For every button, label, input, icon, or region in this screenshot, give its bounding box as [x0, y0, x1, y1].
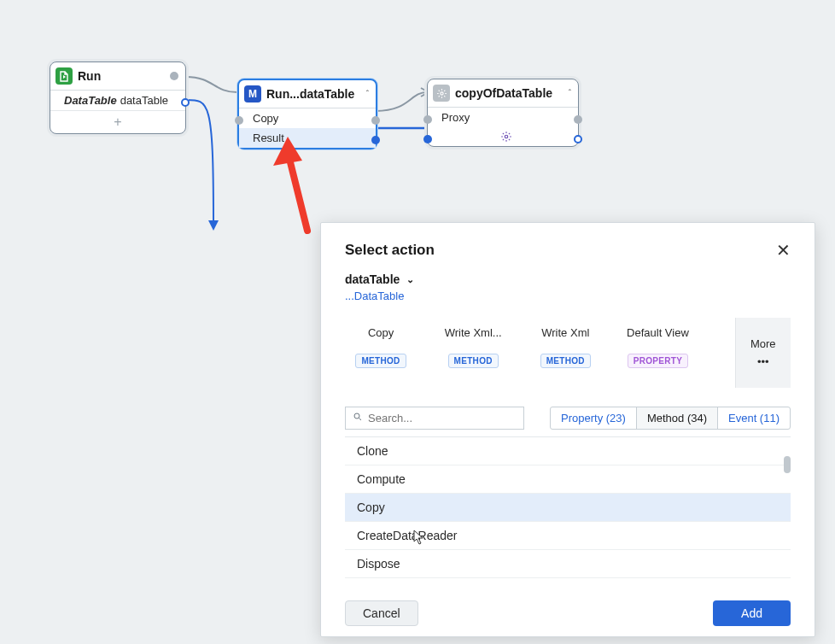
- method-tag: METHOD: [540, 354, 591, 368]
- filter-tab-method[interactable]: Method (34): [637, 407, 718, 429]
- context-object-name: dataTable: [345, 272, 400, 286]
- node-title: copyOfDataTable: [455, 86, 563, 100]
- suggestion-label: Copy: [345, 318, 417, 347]
- input-port[interactable]: [423, 115, 432, 124]
- run-icon: [55, 67, 73, 85]
- suggestion-write-xml-ellipsis[interactable]: Write Xml... METHOD: [437, 318, 509, 368]
- input-port[interactable]: [423, 135, 432, 143]
- node-header[interactable]: M Run...dataTable ˆ: [239, 80, 376, 108]
- gear-icon: [500, 131, 512, 143]
- context-object-selector[interactable]: dataTable ⌄: [345, 272, 791, 286]
- param-type: DataTable: [64, 94, 117, 107]
- suggestion-write-xml[interactable]: Write Xml METHOD: [529, 318, 601, 368]
- gear-icon: [433, 85, 450, 102]
- method-list[interactable]: Clone Compute Copy CreateDataReader Disp…: [345, 436, 791, 590]
- search-input-wrapper[interactable]: [345, 407, 524, 430]
- filter-tabs: Property (23) Method (34) Event (11): [550, 407, 791, 430]
- add-button[interactable]: Add: [713, 600, 791, 626]
- node-copy-of-datatable[interactable]: copyOfDataTable ˆ Proxy: [427, 79, 579, 147]
- chevron-up-icon[interactable]: ˆ: [569, 89, 571, 98]
- list-item[interactable]: Compute: [345, 465, 791, 494]
- add-param-button[interactable]: +: [50, 110, 185, 133]
- output-port[interactable]: [574, 115, 582, 124]
- output-port[interactable]: [170, 72, 178, 80]
- list-item[interactable]: Dispose: [345, 550, 791, 578]
- context-type-link[interactable]: ...DataTable: [345, 290, 791, 302]
- row-gear[interactable]: [428, 127, 578, 146]
- suggestion-label: Write Xml: [529, 318, 601, 347]
- search-input[interactable]: [368, 412, 517, 424]
- row-label: Proxy: [441, 111, 470, 124]
- select-action-dialog: Select action ✕ dataTable ⌄ ...DataTable…: [320, 222, 815, 637]
- chevron-up-icon[interactable]: ˆ: [366, 90, 369, 99]
- suggestion-label: Default View: [622, 318, 693, 347]
- filter-tab-event[interactable]: Event (11): [718, 407, 790, 429]
- node-title: Run...dataTable: [266, 87, 361, 101]
- row-proxy[interactable]: Proxy: [428, 108, 578, 127]
- output-port[interactable]: [574, 135, 582, 143]
- more-label: More: [750, 337, 776, 350]
- output-port[interactable]: [371, 116, 380, 125]
- close-icon[interactable]: ✕: [776, 240, 791, 261]
- more-button[interactable]: More •••: [735, 318, 791, 388]
- list-item[interactable]: Clone: [345, 437, 791, 465]
- list-item[interactable]: CreateDataReader: [345, 522, 791, 550]
- node-header[interactable]: copyOfDataTable ˆ: [428, 79, 578, 107]
- output-port[interactable]: [371, 136, 380, 144]
- method-tag: METHOD: [355, 354, 406, 368]
- node-title: Run: [78, 69, 165, 83]
- svg-point-2: [505, 135, 508, 138]
- suggestion-default-view[interactable]: Default View PROPERTY: [622, 318, 693, 368]
- param-row-datatable[interactable]: DataTable dataTable: [50, 91, 185, 110]
- input-port[interactable]: [235, 116, 243, 125]
- row-copy[interactable]: Copy: [239, 108, 376, 128]
- chevron-down-icon: ⌄: [406, 274, 414, 285]
- filter-tab-property[interactable]: Property (23): [551, 407, 637, 429]
- node-run[interactable]: Run DataTable dataTable +: [50, 61, 186, 134]
- ellipsis-icon: •••: [757, 355, 769, 368]
- svg-marker-3: [273, 137, 302, 166]
- method-icon: M: [244, 85, 261, 102]
- cancel-button[interactable]: Cancel: [345, 600, 418, 626]
- suggestion-copy[interactable]: Copy METHOD: [345, 318, 417, 368]
- row-label: Copy: [253, 112, 278, 125]
- svg-point-4: [354, 413, 359, 419]
- node-header[interactable]: Run: [50, 62, 185, 90]
- svg-point-1: [440, 91, 442, 94]
- method-tag: METHOD: [448, 354, 499, 368]
- list-item[interactable]: Copy: [345, 494, 791, 522]
- suggestion-row: Copy METHOD Write Xml... METHOD Write Xm…: [345, 318, 791, 388]
- property-tag: PROPERTY: [628, 354, 688, 368]
- svg-marker-0: [208, 220, 219, 231]
- scrollbar-thumb[interactable]: [784, 456, 791, 473]
- dialog-title: Select action: [345, 242, 776, 259]
- search-icon: [353, 412, 363, 424]
- suggestion-label: Write Xml...: [437, 318, 509, 347]
- param-name: dataTable: [120, 94, 168, 107]
- output-port[interactable]: [181, 98, 190, 107]
